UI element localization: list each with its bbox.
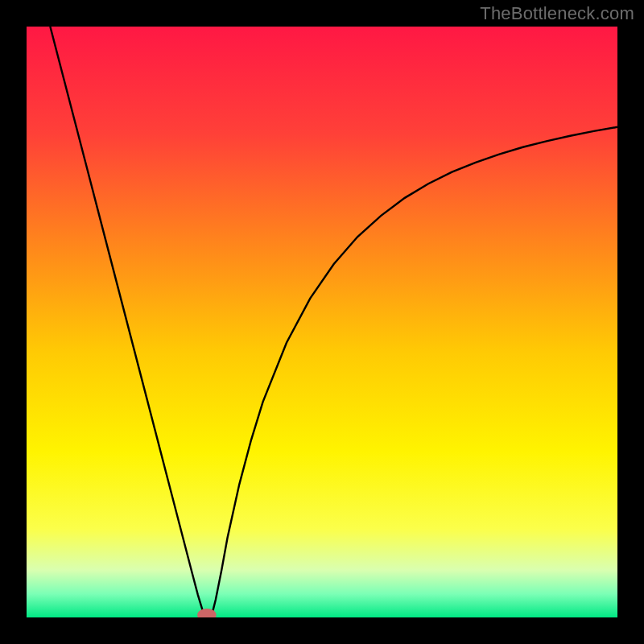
bottleneck-chart-svg	[27, 27, 617, 617]
plot-area	[27, 27, 617, 617]
watermark-text: TheBottleneck.com	[480, 3, 634, 24]
heatmap-background	[27, 27, 617, 617]
chart-frame: TheBottleneck.com	[0, 0, 644, 644]
